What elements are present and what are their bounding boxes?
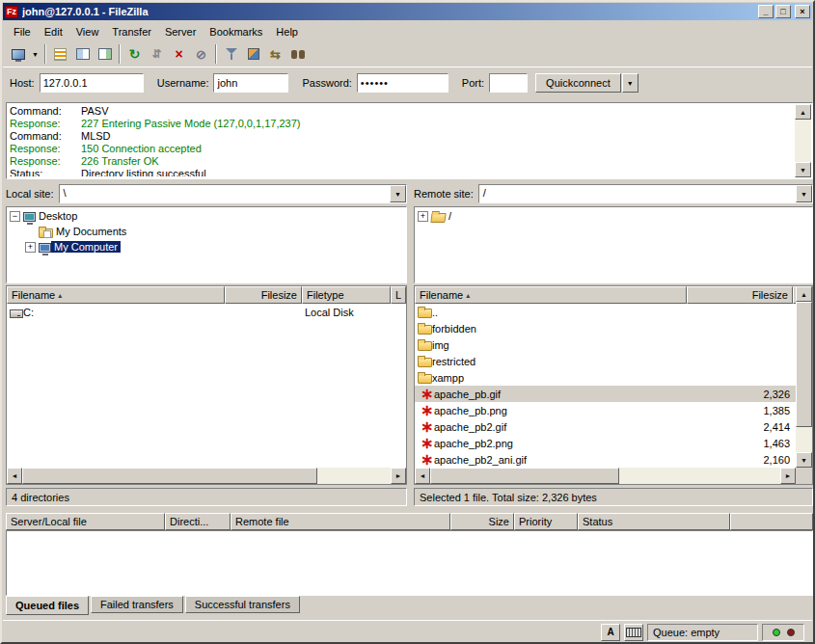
data-type-indicator[interactable]: A xyxy=(601,624,620,641)
scrollbar-thumb[interactable] xyxy=(796,302,812,427)
toggle-local-tree-button[interactable] xyxy=(71,43,94,65)
titlebar[interactable]: Fz john@127.0.0.1 - FileZilla _ □ × xyxy=(3,3,812,20)
file-row[interactable]: apache_pb2.png1,463 xyxy=(415,435,796,451)
column-header-size[interactable]: Size xyxy=(450,513,514,530)
filter-icon xyxy=(224,46,239,62)
filter-button[interactable] xyxy=(220,43,242,65)
column-header-directi[interactable]: Directi... xyxy=(165,513,231,530)
keyboard-indicator[interactable] xyxy=(624,624,643,641)
refresh-icon: ↻ xyxy=(127,46,143,62)
log-prefix: Command: xyxy=(10,130,81,143)
file-row[interactable]: apache_pb2_ani.gif2,160 xyxy=(415,451,796,468)
menu-bookmarks[interactable]: Bookmarks xyxy=(203,23,269,40)
username-input[interactable] xyxy=(213,73,288,93)
maximize-button[interactable]: □ xyxy=(775,5,791,18)
local-file-list[interactable]: Filename▴FilesizeFiletypeL C:Local Disk … xyxy=(6,285,407,485)
tree-item-my-computer[interactable]: +My Computer xyxy=(7,239,406,255)
quickconnect-button[interactable]: Quickconnect xyxy=(535,73,621,93)
file-row[interactable]: apache_pb.png1,385 xyxy=(415,402,796,418)
message-log[interactable]: Command:PASVResponse:227 Entering Passiv… xyxy=(6,102,813,179)
password-input[interactable] xyxy=(357,73,448,93)
tab-successful-transfers[interactable]: Successful transfers xyxy=(185,596,300,613)
remote-site-combo[interactable]: / ▼ xyxy=(478,184,813,203)
port-input[interactable] xyxy=(489,73,528,93)
toggle-log-button[interactable] xyxy=(49,43,71,65)
local-site-dropdown-button[interactable]: ▼ xyxy=(390,185,406,202)
close-button[interactable]: × xyxy=(795,5,810,18)
scroll-right-button[interactable]: ► xyxy=(391,468,406,484)
column-header-status[interactable]: Status xyxy=(578,513,730,530)
compare-button[interactable] xyxy=(242,43,264,65)
host-input[interactable] xyxy=(40,73,144,93)
file-row[interactable]: apache_pb2.gif2,414 xyxy=(415,418,796,435)
menu-transfer[interactable]: Transfer xyxy=(105,23,158,40)
file-row[interactable]: xampp xyxy=(415,369,796,386)
menu-file[interactable]: File xyxy=(7,23,38,40)
file-row[interactable]: C:Local Disk xyxy=(7,304,406,320)
column-header-filesize[interactable]: Filesize xyxy=(225,286,302,304)
tree-item-item[interactable]: +/ xyxy=(415,208,812,224)
scroll-down-button[interactable]: ▼ xyxy=(796,452,812,468)
file-row[interactable]: .. xyxy=(415,304,796,320)
file-row[interactable]: apache_pb.gif2,326 xyxy=(415,386,796,402)
scrollbar-thumb[interactable] xyxy=(22,468,317,484)
menu-edit[interactable]: Edit xyxy=(38,23,69,40)
remote-site-dropdown-button[interactable]: ▼ xyxy=(796,185,812,202)
menu-server[interactable]: Server xyxy=(158,23,203,40)
menu-help[interactable]: Help xyxy=(269,23,305,40)
process-queue-button[interactable]: ⇵ xyxy=(146,43,168,65)
column-header-filename[interactable]: Filename▴ xyxy=(7,286,225,304)
local-tree[interactable]: −DesktopMy Documents+My Computer xyxy=(6,206,407,283)
file-row[interactable]: restricted xyxy=(415,353,796,369)
column-header-filename[interactable]: Filename▴ xyxy=(415,286,687,304)
scroll-up-button[interactable]: ▲ xyxy=(795,104,811,120)
log-scrollbar[interactable]: ▲ ▼ xyxy=(795,104,811,177)
tree-item-desktop[interactable]: −Desktop xyxy=(7,208,406,224)
quickconnect-dropdown-button[interactable]: ▼ xyxy=(622,73,638,93)
file-row[interactable]: forbidden xyxy=(415,320,796,336)
toggle-remote-tree-button[interactable] xyxy=(94,43,116,65)
remote-file-list[interactable]: Filename▴Filesize ..forbiddenimgrestrict… xyxy=(414,285,813,485)
tab-queued-files[interactable]: Queued files xyxy=(6,596,89,615)
remote-list-body[interactable]: ..forbiddenimgrestrictedxamppapache_pb.g… xyxy=(415,304,796,468)
scroll-left-icon: ◄ xyxy=(420,472,426,479)
tree-item-my-documents[interactable]: My Documents xyxy=(7,224,406,239)
minimize-button[interactable]: _ xyxy=(758,5,774,18)
scroll-right-button[interactable]: ► xyxy=(780,468,796,484)
remote-tree[interactable]: +/ xyxy=(414,206,813,283)
scroll-left-button[interactable]: ◄ xyxy=(7,468,22,484)
queue-list[interactable] xyxy=(6,530,813,596)
tab-failed-transfers[interactable]: Failed transfers xyxy=(91,596,183,613)
drive-icon xyxy=(10,309,23,318)
sync-browse-button[interactable]: ⇆ xyxy=(264,43,286,65)
disconnect-button[interactable]: ⊘ xyxy=(190,43,212,65)
scroll-left-button[interactable]: ◄ xyxy=(415,468,430,484)
column-header-remote-file[interactable]: Remote file xyxy=(231,513,450,530)
refresh-button[interactable]: ↻ xyxy=(123,43,146,65)
scroll-up-button[interactable]: ▲ xyxy=(796,286,812,302)
site-manager-button[interactable] xyxy=(7,43,29,65)
tree-label: / xyxy=(446,210,454,222)
expand-icon[interactable]: + xyxy=(418,211,428,222)
column-header-filetype[interactable]: Filetype xyxy=(302,286,391,304)
scrollbar-thumb[interactable] xyxy=(430,468,619,484)
cancel-button[interactable]: × xyxy=(168,43,190,65)
remote-hscrollbar[interactable]: ◄ ► xyxy=(415,468,796,484)
file-row[interactable]: img xyxy=(415,336,796,353)
column-header-priority[interactable]: Priority xyxy=(514,513,578,530)
column-header-filesize[interactable]: Filesize xyxy=(687,286,793,304)
dropdown-arrow-button[interactable]: ▼ xyxy=(29,43,41,65)
local-site-combo[interactable]: \ ▼ xyxy=(59,184,407,203)
collapse-icon[interactable]: − xyxy=(10,211,20,222)
local-list-body[interactable]: C:Local Disk xyxy=(7,304,406,468)
expand-icon[interactable]: + xyxy=(25,242,36,253)
find-button[interactable] xyxy=(286,43,309,65)
scroll-down-button[interactable]: ▼ xyxy=(795,162,811,177)
local-hscrollbar[interactable]: ◄ ► xyxy=(7,468,406,484)
column-header-l[interactable]: L xyxy=(391,286,406,304)
column-header-server-local-file[interactable]: Server/Local file xyxy=(6,513,165,530)
activity-indicators xyxy=(762,624,804,641)
menu-view[interactable]: View xyxy=(69,23,106,40)
folder-icon xyxy=(418,374,432,384)
remote-vscrollbar[interactable]: ▲ ▼ xyxy=(796,286,812,468)
